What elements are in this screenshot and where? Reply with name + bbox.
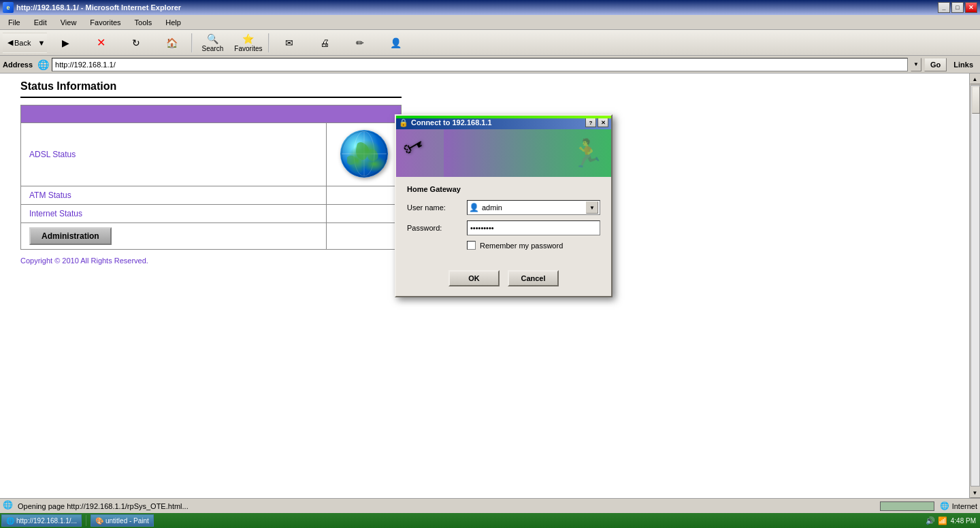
stop-icon: ✕ bbox=[94, 37, 108, 49]
menu-file[interactable]: File bbox=[3, 17, 26, 28]
taskbar-task-browser[interactable]: 🌐 http://192.168.1.1/... bbox=[1, 514, 82, 527]
back-label: Back bbox=[14, 39, 31, 47]
dialog-site-name: Home Gateway bbox=[407, 185, 600, 193]
toolbar-separator-1 bbox=[191, 33, 193, 52]
back-arrow-icon: ◀ bbox=[7, 38, 13, 47]
status-zone: 🌐 Internet bbox=[940, 501, 977, 510]
password-input[interactable] bbox=[469, 224, 598, 232]
toolbar: ◀ Back ▼ ▶ ✕ ↻ 🏠 🔍 Search ⭐ Favorites ✉ … bbox=[0, 30, 980, 56]
home-button[interactable]: 🏠 bbox=[154, 32, 189, 54]
dialog-lock-icon: 🔒 bbox=[399, 118, 408, 127]
title-bar-left: e http://192.168.1.1/ - Microsoft Intern… bbox=[3, 2, 181, 13]
remember-checkbox[interactable] bbox=[467, 241, 476, 250]
taskbar-time: 4:48 PM bbox=[951, 517, 976, 525]
status-text: Opening page http://192.168.1.1/rpSys_OT… bbox=[18, 502, 877, 510]
username-row: User name: 👤 ▼ bbox=[407, 200, 600, 215]
print-button[interactable]: 🖨 bbox=[308, 32, 342, 54]
menu-help[interactable]: Help bbox=[160, 17, 186, 28]
home-icon: 🏠 bbox=[165, 37, 178, 49]
page-icon: 🌐 bbox=[37, 59, 49, 71]
banner-right: 🏃 bbox=[444, 129, 611, 177]
back-dropdown-button[interactable]: ▼ bbox=[35, 33, 47, 53]
cancel-button[interactable]: Cancel bbox=[508, 270, 559, 286]
menu-tools[interactable]: Tools bbox=[129, 17, 158, 28]
taskbar-paint-icon: 🎨 bbox=[95, 517, 103, 525]
refresh-button[interactable]: ↻ bbox=[119, 32, 153, 54]
edit-button[interactable]: ✏ bbox=[343, 32, 377, 54]
window-title: http://192.168.1.1/ - Microsoft Internet… bbox=[16, 3, 181, 12]
close-button[interactable]: ✕ bbox=[965, 2, 977, 13]
taskbar-right: 🔊 📶 4:48 PM bbox=[925, 515, 979, 526]
menu-edit[interactable]: Edit bbox=[29, 17, 52, 28]
mail-button[interactable]: ✉ bbox=[272, 32, 306, 54]
dialog-green-bar bbox=[396, 116, 611, 118]
address-label: Address bbox=[3, 61, 33, 69]
links-label: Links bbox=[949, 59, 977, 70]
dialog-title-text: Connect to 192.168.1.1 bbox=[411, 118, 492, 127]
back-button[interactable]: ◀ Back bbox=[3, 33, 35, 53]
dialog-help-button[interactable]: ? bbox=[585, 118, 596, 127]
refresh-icon: ↻ bbox=[129, 37, 143, 49]
forward-icon: ▶ bbox=[59, 37, 72, 49]
zone-label: Internet bbox=[952, 502, 977, 510]
dialog-footer: OK Cancel bbox=[396, 263, 611, 296]
username-input[interactable] bbox=[480, 203, 586, 212]
dialog-overlay: 🔒 Connect to 192.168.1.1 ? ✕ 🗝 🏃 bbox=[0, 73, 980, 498]
username-input-wrap: 👤 ▼ bbox=[467, 200, 600, 215]
password-label: Password: bbox=[407, 224, 461, 232]
tray-network-icon: 📶 bbox=[937, 515, 948, 526]
menu-bar: File Edit View Favorites Tools Help bbox=[0, 15, 980, 30]
username-label: User name: bbox=[407, 203, 461, 212]
status-page-icon: 🌐 bbox=[3, 500, 15, 512]
taskbar-browser-icon: 🌐 bbox=[6, 517, 14, 525]
search-button[interactable]: 🔍 Search bbox=[195, 32, 229, 54]
status-right: 🌐 Internet bbox=[880, 501, 977, 511]
favorites-button[interactable]: ⭐ Favorites bbox=[231, 32, 265, 54]
dialog-banner: 🗝 🏃 bbox=[396, 129, 611, 177]
taskbar: 🌐 http://192.168.1.1/... 🎨 untitled - Pa… bbox=[0, 513, 980, 528]
title-bar-controls[interactable]: _ □ ✕ bbox=[938, 2, 977, 13]
status-bar: 🌐 Opening page http://192.168.1.1/rpSys_… bbox=[0, 498, 980, 513]
title-bar: e http://192.168.1.1/ - Microsoft Intern… bbox=[0, 0, 980, 15]
messenger-button[interactable]: 👤 bbox=[378, 32, 412, 54]
address-input[interactable]: http://192.168.1.1/ bbox=[52, 58, 908, 71]
password-row: Password: bbox=[407, 220, 600, 235]
menu-favorites[interactable]: Favorites bbox=[84, 17, 126, 28]
password-input-wrap bbox=[467, 220, 600, 235]
status-progress-bar bbox=[880, 501, 934, 511]
taskbar-separator bbox=[86, 515, 86, 526]
username-dropdown-button[interactable]: ▼ bbox=[586, 201, 598, 214]
search-label: Search bbox=[202, 45, 224, 52]
tray-sound-icon: 🔊 bbox=[925, 515, 936, 526]
connect-dialog: 🔒 Connect to 192.168.1.1 ? ✕ 🗝 🏃 bbox=[395, 114, 612, 297]
address-bar: Address 🌐 http://192.168.1.1/ ▼ Go Links bbox=[0, 56, 980, 73]
dialog-body: Home Gateway User name: 👤 ▼ Password: bbox=[396, 177, 611, 263]
taskbar-browser-label: http://192.168.1.1/... bbox=[16, 517, 77, 525]
forward-button[interactable]: ▶ bbox=[48, 32, 82, 54]
back-forward-group: ◀ Back ▼ bbox=[3, 33, 47, 53]
maximize-button[interactable]: □ bbox=[951, 2, 964, 13]
print-icon: 🖨 bbox=[318, 37, 331, 49]
stop-button[interactable]: ✕ bbox=[84, 32, 118, 54]
user-icon: 👤 bbox=[469, 203, 479, 212]
messenger-icon: 👤 bbox=[389, 37, 402, 49]
dialog-title-left: 🔒 Connect to 192.168.1.1 bbox=[399, 118, 492, 127]
favorites-icon: ⭐ bbox=[242, 33, 255, 44]
address-dropdown-button[interactable]: ▼ bbox=[911, 58, 921, 71]
zone-icon: 🌐 bbox=[940, 501, 949, 510]
minimize-button[interactable]: _ bbox=[938, 2, 950, 13]
dialog-controls[interactable]: ? ✕ bbox=[585, 118, 608, 127]
browser-icon: e bbox=[3, 2, 14, 13]
address-url: http://192.168.1.1/ bbox=[55, 61, 116, 69]
taskbar-paint-label: untitled - Paint bbox=[105, 517, 149, 525]
taskbar-task-paint[interactable]: 🎨 untitled - Paint bbox=[91, 514, 154, 527]
ok-button[interactable]: OK bbox=[448, 270, 500, 286]
search-icon: 🔍 bbox=[206, 33, 219, 44]
banner-figure-icon: 🏃 bbox=[570, 137, 604, 169]
key-icon: 🗝 bbox=[399, 131, 428, 161]
dialog-close-button[interactable]: ✕ bbox=[598, 118, 608, 127]
menu-view[interactable]: View bbox=[55, 17, 82, 28]
tray-icons: 🔊 📶 bbox=[925, 515, 948, 526]
main-area: Status Information ADSL Status bbox=[0, 73, 980, 498]
go-button[interactable]: Go bbox=[924, 58, 947, 71]
